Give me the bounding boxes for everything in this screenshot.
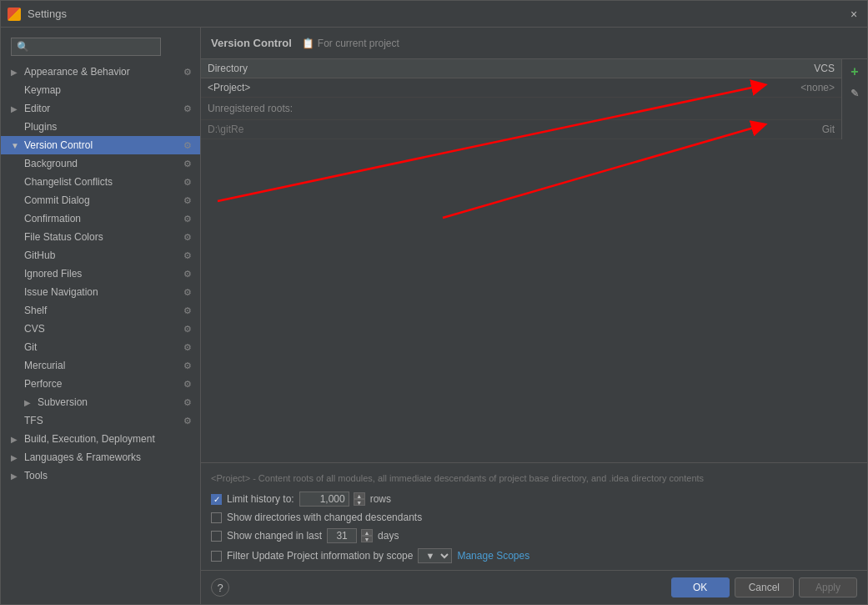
label-limit-history-before: Limit history to: (227, 493, 294, 505)
option-row-show-directories: Show directories with changed descendant… (211, 512, 857, 523)
panel-subtitle: 📋 For current project (302, 38, 399, 49)
col-vcs: VCS (775, 59, 841, 78)
label-show-changed-before: Show changed in last (227, 530, 322, 542)
sidebar-item-tfs[interactable]: TFS ⚙ (1, 411, 200, 430)
sidebar-label-confirmation: Confirmation (24, 213, 81, 224)
sidebar-label-shelf: Shelf (24, 305, 47, 316)
expand-arrow-subversion: ▶ (24, 398, 34, 407)
cancel-button[interactable]: Cancel (735, 577, 794, 597)
sidebar-item-shelf[interactable]: Shelf ⚙ (1, 301, 200, 320)
sidebar-item-build-execution[interactable]: ▶ Build, Execution, Deployment (1, 430, 200, 448)
expand-arrow-appearance: ▶ (11, 68, 21, 77)
window-title: Settings (28, 8, 67, 20)
right-panel: Version Control 📋 For current project (201, 28, 867, 604)
expand-arrow-version-control: ▼ (11, 141, 21, 150)
close-button[interactable]: × (847, 8, 860, 21)
search-input[interactable] (11, 38, 161, 56)
settings-icon-file-status-colors: ⚙ (182, 231, 193, 243)
show-changed-input[interactable] (327, 528, 357, 543)
settings-icon-appearance: ⚙ (182, 66, 193, 78)
settings-icon-perforce: ⚙ (182, 378, 193, 390)
sidebar-item-plugins[interactable]: ▶ Plugins (1, 118, 200, 136)
sidebar-label-plugins: Plugins (24, 121, 57, 133)
spinner-down[interactable]: ▼ (354, 499, 365, 506)
label-filter-update: Filter Update Project information by sco… (227, 550, 413, 562)
settings-icon-issue-navigation: ⚙ (182, 286, 193, 298)
sidebar-item-git[interactable]: Git ⚙ (1, 338, 200, 356)
sidebar-item-appearance[interactable]: ▶ Appearance & Behavior ⚙ (1, 63, 200, 81)
edit-button[interactable]: ✎ (845, 84, 864, 103)
option-row-filter-update: Filter Update Project information by sco… (211, 548, 857, 563)
show-changed-spinner: ▲ ▼ (361, 529, 373, 542)
unregistered-table: D:\gitRe Git (201, 120, 841, 139)
spinner-up-2[interactable]: ▲ (361, 529, 373, 536)
checkbox-show-directories[interactable] (211, 512, 222, 523)
sidebar-label-ignored-files: Ignored Files (24, 268, 82, 280)
limit-history-input[interactable] (299, 492, 349, 507)
sidebar-item-editor[interactable]: ▶ Editor ⚙ (1, 99, 200, 118)
checkbox-filter-update[interactable] (211, 551, 222, 562)
table-toolbar: + ✎ (841, 59, 867, 139)
help-button[interactable]: ? (211, 578, 229, 597)
ok-button[interactable]: OK (671, 577, 730, 597)
expand-arrow-tools: ▶ (11, 471, 21, 481)
sidebar-item-version-control[interactable]: ▼ Version Control ⚙ (1, 136, 200, 154)
sidebar-item-subversion[interactable]: ▶ Subversion ⚙ (1, 393, 200, 411)
sidebar-item-github[interactable]: GitHub ⚙ (1, 246, 200, 265)
add-button[interactable]: + (845, 63, 864, 81)
settings-icon-subversion: ⚙ (182, 396, 193, 408)
unregistered-row[interactable]: D:\gitRe Git (201, 120, 841, 139)
apply-button[interactable]: Apply (799, 577, 857, 597)
settings-icon-shelf: ⚙ (182, 305, 193, 316)
sidebar-label-languages: Languages & Frameworks (24, 451, 141, 463)
settings-icon-git: ⚙ (182, 341, 193, 353)
col-directory: Directory (201, 59, 775, 78)
sidebar-item-ignored-files[interactable]: Ignored Files ⚙ (1, 265, 200, 283)
checkbox-limit-history[interactable] (211, 494, 222, 505)
settings-icon-background: ⚙ (182, 158, 193, 169)
action-buttons: OK Cancel Apply (671, 577, 857, 597)
settings-icon-changelist-conflicts: ⚙ (182, 176, 193, 188)
sidebar-label-file-status-colors: File Status Colors (24, 231, 103, 243)
checkbox-show-changed[interactable] (211, 531, 222, 542)
sidebar-item-mercurial[interactable]: Mercurial ⚙ (1, 356, 200, 375)
label-show-directories: Show directories with changed descendant… (227, 512, 422, 523)
settings-icon-version-control: ⚙ (182, 139, 193, 151)
spinner-up[interactable]: ▲ (354, 492, 365, 499)
sidebar-item-perforce[interactable]: Perforce ⚙ (1, 375, 200, 393)
bottom-bar: ? OK Cancel Apply (201, 570, 867, 604)
options-area: <Project> - Content roots of all modules… (201, 462, 867, 570)
settings-icon-ignored-files: ⚙ (182, 268, 193, 280)
expand-arrow-languages: ▶ (11, 453, 21, 462)
sidebar-item-confirmation[interactable]: Confirmation ⚙ (1, 209, 200, 228)
sidebar: ▶ Appearance & Behavior ⚙ ▶ Keymap ▶ Edi… (1, 28, 201, 604)
sidebar-label-editor: Editor (24, 103, 50, 114)
sidebar-label-git: Git (24, 341, 37, 353)
unregistered-label: Unregistered roots: (201, 98, 841, 120)
option-row-limit-history: Limit history to: ▲ ▼ rows (211, 492, 857, 507)
spinner-down-2[interactable]: ▼ (361, 536, 373, 542)
sidebar-label-subversion: Subversion (38, 396, 88, 408)
middle-area (201, 139, 867, 462)
panel-header: Version Control 📋 For current project (201, 28, 867, 59)
cell-unregistered-vcs: Git (775, 120, 841, 139)
vcs-table-area: Directory VCS <Project> <none> (201, 59, 841, 139)
sidebar-item-background[interactable]: Background ⚙ (1, 154, 200, 173)
subtitle-icon: 📋 (302, 38, 314, 49)
sidebar-item-tools[interactable]: ▶ Tools (1, 466, 200, 485)
table-row[interactable]: <Project> <none> (201, 78, 841, 98)
sidebar-item-file-status-colors[interactable]: File Status Colors ⚙ (1, 228, 200, 246)
sidebar-item-commit-dialog[interactable]: Commit Dialog ⚙ (1, 191, 200, 209)
scope-dropdown[interactable]: ▼ (418, 548, 452, 563)
sidebar-label-commit-dialog: Commit Dialog (24, 194, 90, 206)
label-limit-history-after: rows (370, 493, 391, 505)
manage-scopes-link[interactable]: Manage Scopes (457, 550, 529, 562)
sidebar-item-issue-navigation[interactable]: Issue Navigation ⚙ (1, 283, 200, 301)
sidebar-item-changelist-conflicts[interactable]: Changelist Conflicts ⚙ (1, 173, 200, 191)
expand-arrow-editor: ▶ (11, 104, 21, 113)
sidebar-item-languages[interactable]: ▶ Languages & Frameworks (1, 448, 200, 466)
sidebar-label-perforce: Perforce (24, 378, 62, 390)
sidebar-item-cvs[interactable]: CVS ⚙ (1, 320, 200, 338)
sidebar-item-keymap[interactable]: ▶ Keymap (1, 81, 200, 99)
label-show-changed-after: days (378, 530, 399, 542)
